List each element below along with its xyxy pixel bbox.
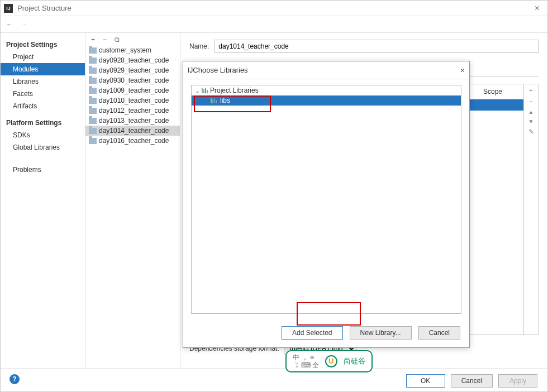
add-module-icon[interactable]: + bbox=[91, 36, 95, 44]
section-platform-settings: Platform Settings bbox=[1, 117, 85, 129]
app-icon: IJ bbox=[188, 66, 193, 74]
ime-line1: 中 ， ≡ bbox=[293, 353, 319, 361]
edit-dep-icon[interactable]: ✎ bbox=[528, 128, 534, 136]
module-list: + − ⧉ customer_system day0928_teacher_co… bbox=[85, 33, 180, 368]
chevron-down-icon[interactable]: ⌄ bbox=[195, 88, 199, 94]
module-label: customer_system bbox=[99, 46, 151, 54]
cancel-button[interactable]: Cancel bbox=[451, 374, 493, 388]
module-label: day1010_teacher_code bbox=[99, 97, 169, 104]
module-label: day0928_teacher_code bbox=[99, 56, 169, 64]
folder-icon bbox=[89, 47, 97, 54]
tree-root-label: Project Libraries bbox=[210, 87, 259, 94]
move-down-icon[interactable]: ▼ bbox=[528, 118, 534, 125]
library-icon bbox=[202, 88, 208, 93]
module-item[interactable]: day0930_teacher_code bbox=[85, 75, 180, 85]
module-item[interactable]: day1010_teacher_code bbox=[85, 95, 180, 106]
module-item[interactable]: customer_system bbox=[85, 45, 180, 55]
dialog-title: Choose Libraries bbox=[193, 66, 247, 74]
name-label: Name: bbox=[189, 42, 209, 50]
ime-brand: 尚硅谷 bbox=[344, 356, 365, 366]
folder-icon bbox=[89, 138, 97, 144]
module-label: day1009_teacher_code bbox=[99, 87, 169, 94]
modal-cancel-button[interactable]: Cancel bbox=[418, 326, 460, 340]
folder-icon bbox=[89, 118, 97, 124]
folder-icon bbox=[89, 78, 97, 84]
module-item[interactable]: day0929_teacher_code bbox=[85, 65, 180, 75]
module-label: day1013_teacher_code bbox=[99, 117, 169, 125]
move-up-icon[interactable]: ▲ bbox=[528, 109, 534, 115]
module-label: day1014_teacher_code bbox=[99, 127, 169, 135]
nav-artifacts[interactable]: Artifacts bbox=[1, 100, 85, 112]
folder-icon bbox=[89, 68, 97, 74]
folder-icon bbox=[89, 88, 97, 94]
copy-module-icon[interactable]: ⧉ bbox=[115, 36, 120, 44]
nav-facets[interactable]: Facets bbox=[1, 88, 85, 100]
remove-module-icon[interactable]: − bbox=[103, 36, 107, 44]
ime-line2: ☽ ⌨ 全 bbox=[293, 361, 319, 369]
nav-modules[interactable]: Modules bbox=[1, 63, 85, 75]
add-selected-button[interactable]: Add Selected bbox=[282, 326, 342, 340]
dialog-close-icon[interactable]: × bbox=[460, 66, 465, 75]
name-input[interactable] bbox=[215, 40, 539, 53]
tree-item-label: libs bbox=[220, 97, 230, 104]
nav-global-libraries[interactable]: Global Libraries bbox=[1, 141, 85, 154]
nav-problems[interactable]: Problems bbox=[1, 164, 85, 176]
tree-root[interactable]: ⌄ Project Libraries bbox=[192, 85, 461, 95]
titlebar: IJ Project Structure × bbox=[1, 1, 547, 16]
main-toolbar: ← → bbox=[1, 16, 547, 33]
choose-libraries-dialog: IJ Choose Libraries × ⌄ Project Librarie… bbox=[183, 61, 470, 348]
module-label: day0929_teacher_code bbox=[99, 66, 169, 74]
left-nav: Project Settings Project Modules Librari… bbox=[1, 33, 85, 368]
close-icon[interactable]: × bbox=[530, 3, 544, 13]
section-project-settings: Project Settings bbox=[1, 39, 85, 51]
module-item[interactable]: day1016_teacher_code bbox=[85, 136, 180, 146]
nav-libraries[interactable]: Libraries bbox=[1, 75, 85, 88]
folder-icon bbox=[89, 58, 97, 64]
scope-column[interactable]: Scope bbox=[462, 84, 523, 99]
nav-project[interactable]: Project bbox=[1, 51, 85, 63]
module-label: day1016_teacher_code bbox=[99, 137, 169, 145]
folder-icon bbox=[89, 98, 97, 104]
ok-button[interactable]: OK bbox=[406, 374, 445, 388]
module-label: day1012_teacher_code bbox=[99, 107, 169, 114]
window-title: Project Structure bbox=[17, 4, 72, 12]
module-item[interactable]: day1013_teacher_code bbox=[85, 116, 180, 126]
module-label: day0930_teacher_code bbox=[99, 77, 169, 84]
nav-sdks[interactable]: SDKs bbox=[1, 129, 85, 141]
bottom-bar: OK Cancel Apply bbox=[1, 368, 547, 392]
new-library-button[interactable]: New Library... bbox=[350, 326, 412, 340]
folder-icon bbox=[89, 108, 97, 114]
apply-button[interactable]: Apply bbox=[498, 374, 537, 388]
table-side-buttons: + − ▲ ▼ ✎ bbox=[523, 84, 538, 334]
back-icon[interactable]: ← bbox=[6, 21, 13, 28]
app-icon: IJ bbox=[4, 4, 13, 13]
help-icon[interactable]: ? bbox=[9, 374, 20, 384]
tree-item-libs[interactable]: libs bbox=[192, 95, 461, 106]
module-item[interactable]: day1014_teacher_code bbox=[85, 126, 180, 136]
library-tree[interactable]: ⌄ Project Libraries libs bbox=[191, 85, 461, 314]
module-item[interactable]: day1012_teacher_code bbox=[85, 106, 180, 116]
ime-overlay: 中 ， ≡ ☽ ⌨ 全 U 尚硅谷 bbox=[285, 350, 373, 372]
module-item[interactable]: day1009_teacher_code bbox=[85, 85, 180, 95]
remove-dep-icon[interactable]: − bbox=[529, 98, 533, 106]
library-icon bbox=[211, 98, 217, 103]
add-dep-icon[interactable]: + bbox=[529, 87, 533, 94]
ime-logo-icon: U bbox=[325, 355, 337, 367]
folder-icon bbox=[89, 128, 97, 134]
module-item[interactable]: day0928_teacher_code bbox=[85, 55, 180, 65]
forward-icon[interactable]: → bbox=[21, 21, 27, 28]
